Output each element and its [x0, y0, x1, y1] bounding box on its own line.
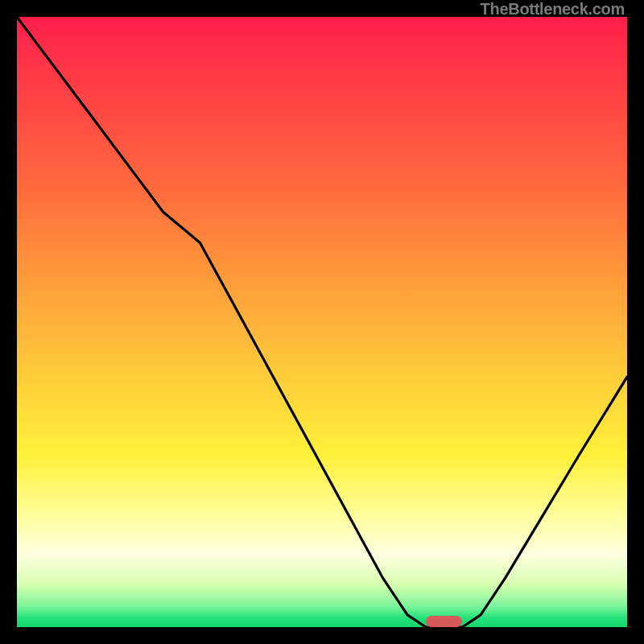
curve-path: [17, 17, 627, 627]
plot-area: [17, 17, 627, 627]
chart-frame: TheBottleneck.com: [0, 0, 644, 644]
watermark-text: TheBottleneck.com: [481, 0, 625, 19]
optimal-marker: [426, 616, 462, 627]
curve-layer: [17, 17, 627, 627]
